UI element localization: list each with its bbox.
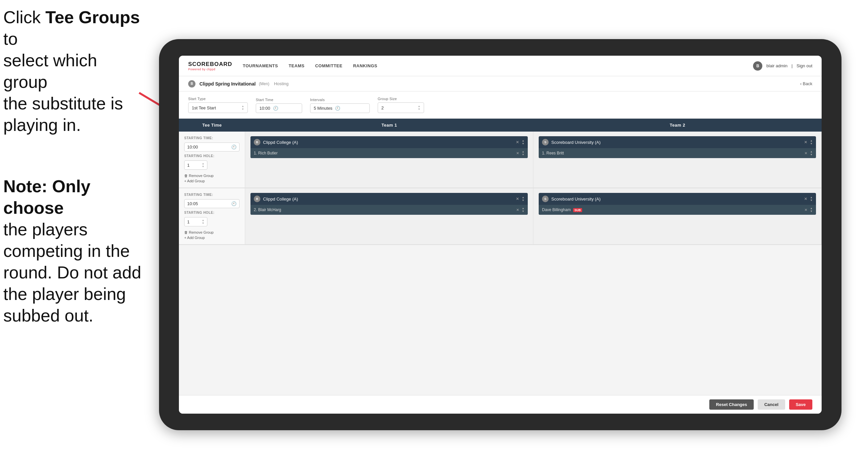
player-arrows-2-1[interactable]: ▲▼ [810, 150, 813, 156]
team2-name-2: Scoreboard University (A) [551, 197, 801, 202]
group-size-label: Group Size [378, 97, 424, 101]
instruction-mid-text: Note: Only choose the players competing … [3, 177, 141, 325]
player-name-2-2: Dave Billingham SUB [542, 207, 802, 212]
starting-hole-input-2[interactable]: 1 ▲▼ [184, 217, 207, 226]
player-name-1-2: 2. Blair McHarg [254, 207, 514, 212]
player-arrows-1-2[interactable]: ▲▼ [522, 207, 524, 213]
team2-cell-2: S Scoreboard University (A) ✕ ▲▼ Dave Bi… [533, 188, 822, 244]
sub-header-badge: B [188, 80, 195, 88]
team2-cell-1: S Scoreboard University (A) ✕ ▲▼ 1. Rees… [533, 132, 822, 187]
team1-remove-2[interactable]: ✕ [516, 197, 519, 201]
tablet-screen: SCOREBOARD Powered by clippd TOURNAMENTS… [179, 56, 822, 414]
time-clock-icon-1: 🕙 [231, 145, 237, 149]
player-row-1-1: 1. Rich Butler ✕ ▲▼ [250, 148, 528, 158]
team2-remove-1[interactable]: ✕ [804, 140, 807, 145]
intervals-value: 5 Minutes [314, 106, 332, 111]
group-size-stepper: ▲▼ [418, 105, 421, 111]
nav-links: TOURNAMENTS TEAMS COMMITTEE RANKINGS [243, 62, 753, 69]
add-group-1[interactable]: + Add Group [184, 179, 240, 183]
nav-logo-sub: Powered by clippd [188, 68, 232, 71]
start-type-value: 1st Tee Start [192, 106, 216, 110]
player-row-1-2: 2. Blair McHarg ✕ ▲▼ [250, 205, 528, 215]
start-time-value: 10:00 [259, 106, 270, 111]
team1-header: Team 1 [245, 119, 533, 132]
team2-actions-1: ✕ ▲▼ [804, 139, 813, 145]
hole-stepper-2: ▲▼ [202, 219, 205, 225]
player-remove-2-2[interactable]: ✕ [804, 208, 807, 212]
save-button[interactable]: Save [789, 399, 812, 410]
team1-arrows-1[interactable]: ▲▼ [522, 139, 524, 145]
player-name-2-1: 1. Rees Britt [542, 151, 802, 155]
nav-signout[interactable]: Sign out [797, 63, 812, 68]
tournament-title: Clippd Spring Invitational [199, 81, 256, 87]
team2-arrows-1[interactable]: ▲▼ [810, 139, 813, 145]
starting-time-label-1: STARTING TIME: [184, 136, 240, 140]
hosting-label: Hosting [274, 81, 288, 86]
add-group-2[interactable]: + Add Group [184, 236, 240, 240]
team1-badge-2: B [254, 196, 260, 202]
reset-changes-button[interactable]: Reset Changes [709, 399, 754, 410]
player-remove-1-2[interactable]: ✕ [516, 208, 519, 212]
team2-card-header-2: S Scoreboard University (A) ✕ ▲▼ [539, 193, 816, 205]
side-actions-1: 🗑 Remove Group + Add Group [184, 174, 240, 183]
intervals-input[interactable]: 5 Minutes 🕙 [310, 104, 370, 113]
cancel-button[interactable]: Cancel [758, 399, 785, 410]
nav-logo-title: SCOREBOARD [188, 61, 232, 68]
starting-hole-label-1: STARTING HOLE: [184, 154, 240, 158]
tee-group-2: STARTING TIME: 10:05 🕙 STARTING HOLE: 1 … [179, 188, 822, 245]
team1-remove-1[interactable]: ✕ [516, 140, 519, 145]
starting-hole-input-1[interactable]: 1 ▲▼ [184, 160, 207, 170]
group-size-input[interactable]: 2 ▲▼ [378, 103, 424, 113]
team1-arrows-2[interactable]: ▲▼ [522, 196, 524, 202]
starting-time-label-2: STARTING TIME: [184, 193, 240, 197]
player-remove-1-1[interactable]: ✕ [516, 151, 519, 155]
tee-groups-container: STARTING TIME: 10:00 🕙 STARTING HOLE: 1 … [179, 132, 822, 395]
team2-arrows-2[interactable]: ▲▼ [810, 196, 813, 202]
start-time-field: Start Time 10:00 🕙 [256, 98, 302, 113]
tablet-frame: SCOREBOARD Powered by clippd TOURNAMENTS… [159, 39, 841, 430]
remove-group-1[interactable]: 🗑 Remove Group [184, 174, 240, 178]
starting-time-input-1[interactable]: 10:00 🕙 [184, 143, 240, 151]
starting-hole-label-2: STARTING HOLE: [184, 211, 240, 214]
back-button[interactable]: ‹ Back [800, 81, 812, 86]
start-type-stepper: ▲▼ [242, 105, 244, 111]
team2-badge-2: S [542, 196, 549, 202]
start-time-input[interactable]: 10:00 🕙 [256, 104, 302, 113]
player-remove-2-1[interactable]: ✕ [804, 151, 807, 155]
team2-remove-2[interactable]: ✕ [804, 197, 807, 201]
team1-actions-2: ✕ ▲▼ [516, 196, 524, 202]
group-size-value: 2 [381, 106, 384, 110]
team1-card-header-1: B Clippd College (A) ✕ ▲▼ [250, 136, 528, 148]
player-arrows-1-1[interactable]: ▲▼ [522, 150, 524, 156]
instruction-top-text: Click Tee Groups to select which group t… [3, 8, 140, 135]
hole-stepper-1: ▲▼ [202, 162, 205, 168]
team1-card-1: B Clippd College (A) ✕ ▲▼ 1. Rich Butler… [250, 136, 528, 158]
start-type-field: Start Type 1st Tee Start ▲▼ [188, 97, 248, 113]
nav-username: blair admin [766, 63, 787, 68]
nav-rankings[interactable]: RANKINGS [353, 62, 377, 69]
nav-teams[interactable]: TEAMS [288, 62, 305, 69]
nav-committee[interactable]: COMMITTEE [315, 62, 343, 69]
remove-group-2[interactable]: 🗑 Remove Group [184, 230, 240, 234]
starting-time-input-2[interactable]: 10:05 🕙 [184, 199, 240, 208]
settings-row: Start Type 1st Tee Start ▲▼ Start Time 1… [179, 91, 822, 119]
team2-header: Team 2 [533, 119, 822, 132]
start-type-input[interactable]: 1st Tee Start ▲▼ [188, 103, 248, 113]
team1-badge-1: B [254, 139, 260, 146]
player-row-2-2: Dave Billingham SUB ✕ ▲▼ [539, 205, 816, 215]
team1-card-header-2: B Clippd College (A) ✕ ▲▼ [250, 193, 528, 205]
player-arrows-2-2[interactable]: ▲▼ [810, 207, 813, 213]
sub-header: B Clippd Spring Invitational (Men) Hosti… [179, 76, 822, 91]
nav-tournaments[interactable]: TOURNAMENTS [243, 62, 278, 69]
nav-logo: SCOREBOARD Powered by clippd [188, 61, 232, 71]
sub-badge: SUB [573, 208, 582, 212]
nav-separator: | [792, 63, 793, 68]
group-size-field: Group Size 2 ▲▼ [378, 97, 424, 113]
team1-actions-1: ✕ ▲▼ [516, 139, 524, 145]
team2-name-1: Scoreboard University (A) [551, 140, 801, 145]
nav-user: B blair admin | Sign out [753, 61, 812, 70]
team1-card-2: B Clippd College (A) ✕ ▲▼ 2. Blair McHar… [250, 193, 528, 215]
team1-name-1: Clippd College (A) [263, 140, 513, 145]
tournament-gender: (Men) [259, 82, 269, 86]
clock-icon: 🕙 [273, 106, 278, 111]
